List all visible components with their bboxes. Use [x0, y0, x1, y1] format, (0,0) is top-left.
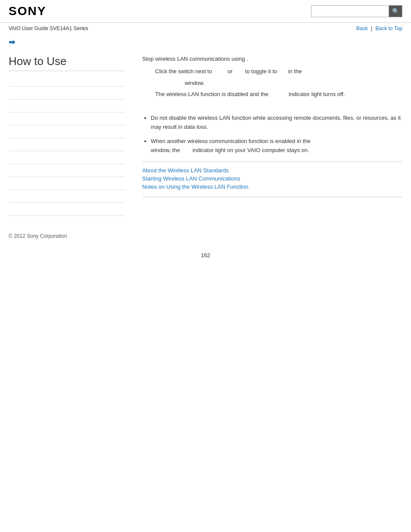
toggle-text: to toggle it to	[245, 68, 277, 75]
bullet-list: Do not disable the wireless LAN function…	[151, 114, 402, 155]
sidebar-item-4[interactable]	[9, 112, 125, 125]
search-icon: 🔍	[392, 8, 399, 15]
sidebar-title: How to Use	[9, 55, 125, 71]
in-the-text: in the	[288, 68, 302, 75]
header: SONY 🔍	[0, 0, 411, 23]
footer: © 2012 Sony Corporation	[0, 220, 411, 243]
bullet2b-text: window, the	[151, 147, 180, 153]
click-switch-para: Click the switch next to or to toggle it…	[155, 67, 402, 76]
sidebar-item-3[interactable]	[9, 100, 125, 112]
stop-intro-text: Stop wireless LAN communications using	[142, 56, 245, 62]
bullet2-text: When another wireless communication func…	[151, 138, 311, 144]
stop-intro-para: Stop wireless LAN communications using .	[142, 55, 402, 64]
back-link[interactable]: Back	[356, 25, 368, 31]
related-link-2[interactable]: Starting Wireless LAN Communications	[142, 175, 402, 182]
search-input[interactable]	[311, 5, 389, 17]
search-button[interactable]: 🔍	[389, 5, 402, 17]
sidebar-item-7[interactable]	[9, 151, 125, 164]
back-to-top-link[interactable]: Back to Top	[376, 25, 402, 31]
sidebar-item-8[interactable]	[9, 164, 125, 177]
copyright-text: © 2012 Sony Corporation	[9, 233, 67, 239]
bullet1-text: Do not disable the wireless LAN function…	[151, 115, 401, 130]
sidebar-item-10[interactable]	[9, 190, 125, 203]
nav-links: Back | Back to Top	[356, 25, 402, 31]
bullet-item-1: Do not disable the wireless LAN function…	[151, 114, 402, 132]
main-content: How to Use Stop wireless LAN communicati…	[0, 50, 411, 220]
sidebar-item-6[interactable]	[9, 138, 125, 151]
related-link-1[interactable]: About the Wireless LAN Standards	[142, 167, 402, 174]
sidebar-item-11[interactable]	[9, 203, 125, 216]
bullet-item-2: When another wireless communication func…	[151, 137, 402, 155]
sidebar-item-2[interactable]	[9, 87, 125, 100]
indicator-off-text: indicator light turns off.	[289, 91, 345, 97]
stop-section: Stop wireless LAN communications using .…	[142, 55, 402, 107]
sidebar-item-1[interactable]	[9, 74, 125, 87]
sony-logo: SONY	[9, 4, 46, 18]
sidebar-item-5[interactable]	[9, 125, 125, 138]
chevron-right-icon: ➡	[9, 38, 15, 47]
guide-title: VAIO User Guide SVE14A1 Series	[9, 25, 88, 31]
disabled-para: The wireless LAN function is disabled an…	[155, 90, 402, 99]
related-links: About the Wireless LAN Standards Startin…	[142, 162, 402, 197]
disabled-text: The wireless LAN function is disabled an…	[155, 91, 268, 97]
page-number: 162	[0, 243, 411, 267]
stop-period: .	[246, 56, 248, 62]
window-para: window.	[155, 79, 402, 88]
content-area: Stop wireless LAN communications using .…	[134, 55, 402, 216]
nav-separator: |	[371, 25, 372, 31]
sidebar-item-9[interactable]	[9, 177, 125, 190]
related-link-3[interactable]: Notes on Using the Wireless LAN Function	[142, 184, 402, 190]
sidebar: How to Use	[9, 55, 134, 216]
bullet2c-text: indicator light on your VAIO computer st…	[193, 147, 309, 153]
window-text: window.	[185, 80, 205, 86]
breadcrumb-arrow[interactable]: ➡	[0, 34, 411, 50]
click-switch-text: Click the switch next to	[155, 68, 212, 75]
search-box: 🔍	[311, 5, 402, 17]
or-text: or	[227, 68, 233, 75]
nav-bar: VAIO User Guide SVE14A1 Series Back | Ba…	[0, 23, 411, 34]
